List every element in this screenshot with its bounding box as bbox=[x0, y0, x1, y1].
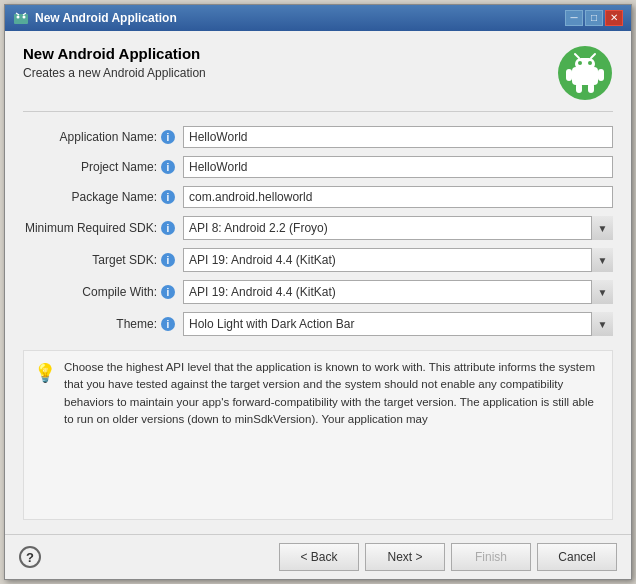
application-name-info-icon[interactable]: i bbox=[161, 130, 175, 144]
theme-select[interactable]: Holo Light with Dark Action Bar Holo Dar… bbox=[183, 312, 613, 336]
min-sdk-select[interactable]: API 8: Android 2.2 (Froyo) API 9: Androi… bbox=[183, 216, 613, 240]
svg-rect-0 bbox=[14, 14, 28, 24]
footer: ? < Back Next > Finish Cancel bbox=[5, 534, 631, 579]
svg-rect-11 bbox=[598, 69, 604, 81]
application-name-input[interactable] bbox=[183, 126, 613, 148]
svg-rect-12 bbox=[576, 83, 582, 93]
main-window: New Android Application ─ □ ✕ New Androi… bbox=[4, 4, 632, 580]
target-sdk-label: Target SDK: i bbox=[23, 253, 183, 267]
close-button[interactable]: ✕ bbox=[605, 10, 623, 26]
min-sdk-select-wrapper: API 8: Android 2.2 (Froyo) API 9: Androi… bbox=[183, 216, 613, 240]
min-sdk-label: Minimum Required SDK: i bbox=[23, 221, 183, 235]
footer-left: ? bbox=[19, 546, 41, 568]
min-sdk-info-icon[interactable]: i bbox=[161, 221, 175, 235]
theme-row: Theme: i Holo Light with Dark Action Bar… bbox=[23, 312, 613, 336]
application-name-label: Application Name: i bbox=[23, 130, 183, 144]
theme-info-icon[interactable]: i bbox=[161, 317, 175, 331]
title-controls: ─ □ ✕ bbox=[565, 10, 623, 26]
package-name-row: Package Name: i bbox=[23, 186, 613, 208]
next-button[interactable]: Next > bbox=[365, 543, 445, 571]
svg-point-2 bbox=[23, 16, 26, 19]
header-text: New Android Application Creates a new An… bbox=[23, 45, 206, 80]
title-bar: New Android Application ─ □ ✕ bbox=[5, 5, 631, 31]
svg-point-7 bbox=[588, 61, 592, 65]
compile-with-select-wrapper: API 19: Android 4.4 (KitKat) ▼ bbox=[183, 280, 613, 304]
dialog-subtitle: Creates a new Android Application bbox=[23, 66, 206, 80]
application-name-row: Application Name: i bbox=[23, 126, 613, 148]
project-name-row: Project Name: i bbox=[23, 156, 613, 178]
package-name-label: Package Name: i bbox=[23, 190, 183, 204]
finish-button[interactable]: Finish bbox=[451, 543, 531, 571]
target-sdk-row: Target SDK: i API 19: Android 4.4 (KitKa… bbox=[23, 248, 613, 272]
svg-point-1 bbox=[17, 16, 20, 19]
title-bar-left: New Android Application bbox=[13, 10, 177, 26]
compile-with-info-icon[interactable]: i bbox=[161, 285, 175, 299]
package-name-input[interactable] bbox=[183, 186, 613, 208]
window-icon bbox=[13, 10, 29, 26]
project-name-input[interactable] bbox=[183, 156, 613, 178]
back-button[interactable]: < Back bbox=[279, 543, 359, 571]
footer-right: < Back Next > Finish Cancel bbox=[279, 543, 617, 571]
project-name-info-icon[interactable]: i bbox=[161, 160, 175, 174]
compile-with-select[interactable]: API 19: Android 4.4 (KitKat) bbox=[183, 280, 613, 304]
header-area: New Android Application Creates a new An… bbox=[23, 45, 613, 112]
compile-with-row: Compile With: i API 19: Android 4.4 (Kit… bbox=[23, 280, 613, 304]
target-sdk-info-icon[interactable]: i bbox=[161, 253, 175, 267]
dialog-title: New Android Application bbox=[23, 45, 206, 62]
dialog-content: New Android Application Creates a new An… bbox=[5, 31, 631, 534]
compile-with-label: Compile With: i bbox=[23, 285, 183, 299]
target-sdk-select[interactable]: API 19: Android 4.4 (KitKat) API 8: Andr… bbox=[183, 248, 613, 272]
theme-select-wrapper: Holo Light with Dark Action Bar Holo Dar… bbox=[183, 312, 613, 336]
cancel-button[interactable]: Cancel bbox=[537, 543, 617, 571]
theme-label: Theme: i bbox=[23, 317, 183, 331]
svg-rect-5 bbox=[575, 58, 595, 70]
help-button[interactable]: ? bbox=[19, 546, 41, 568]
svg-rect-10 bbox=[566, 69, 572, 81]
form-area: Application Name: i Project Name: i Pack… bbox=[23, 122, 613, 340]
info-box-text: Choose the highest API level that the ap… bbox=[64, 359, 602, 511]
svg-rect-13 bbox=[588, 83, 594, 93]
min-sdk-row: Minimum Required SDK: i API 8: Android 2… bbox=[23, 216, 613, 240]
package-name-info-icon[interactable]: i bbox=[161, 190, 175, 204]
minimize-button[interactable]: ─ bbox=[565, 10, 583, 26]
info-box: 💡 Choose the highest API level that the … bbox=[23, 350, 613, 520]
info-bulb-icon: 💡 bbox=[34, 360, 56, 511]
project-name-label: Project Name: i bbox=[23, 160, 183, 174]
svg-point-6 bbox=[578, 61, 582, 65]
target-sdk-select-wrapper: API 19: Android 4.4 (KitKat) API 8: Andr… bbox=[183, 248, 613, 272]
maximize-button[interactable]: □ bbox=[585, 10, 603, 26]
window-title: New Android Application bbox=[35, 11, 177, 25]
android-logo bbox=[557, 45, 613, 101]
